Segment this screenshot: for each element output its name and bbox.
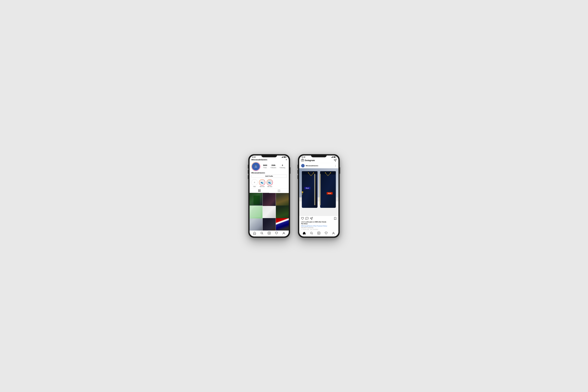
battery-fill-2 (334, 157, 335, 158)
followers-count: 350k (270, 164, 276, 166)
svg-rect-3 (260, 191, 260, 192)
svg-point-11 (283, 232, 284, 233)
post-product-user: Fila Velour (301, 223, 308, 224)
signal-icon-2 (331, 156, 333, 158)
story-inner-1: 👟 (259, 180, 265, 185)
scene: 10:30 (248, 154, 340, 238)
menu-icon[interactable]: ≡ (286, 159, 287, 161)
tabs-row (250, 188, 289, 193)
battery-fill (284, 157, 286, 158)
profile-username-header: 80scasualclassics (252, 159, 267, 161)
profile-nav-icon-2[interactable] (332, 232, 335, 235)
heart-nav-icon[interactable] (275, 232, 278, 235)
grid-cell-1[interactable] (250, 193, 262, 206)
grid-cell-9[interactable] (276, 218, 289, 230)
profile-section: 80s casualclassics 5000 Posts 350k Foll (250, 162, 289, 172)
stat-following: 0 Following (280, 164, 285, 169)
grid-cell-4[interactable] (250, 206, 262, 218)
svg-rect-30 (320, 171, 336, 174)
grid-cell-2[interactable] (263, 193, 276, 206)
svg-point-34 (330, 172, 331, 173)
battery-body-2 (334, 156, 336, 158)
view-comments-link[interactable]: View All 4 Comments (299, 227, 338, 229)
tab-tagged[interactable] (269, 188, 289, 193)
instagram-header: Instagram (299, 158, 338, 163)
add-nav-icon[interactable] (268, 232, 270, 235)
notch (261, 154, 277, 157)
svg-rect-36 (320, 174, 320, 205)
svg-point-39 (302, 192, 303, 193)
home-nav-icon[interactable] (253, 232, 256, 235)
svg-rect-26 (315, 174, 315, 205)
svg-text:FILA: FILA (306, 188, 309, 189)
phone-feed: 10:30 (298, 154, 340, 238)
posts-count: 5000 (263, 164, 267, 166)
liked-by-name[interactable]: john paul (306, 221, 312, 223)
grid-cell-5[interactable] (263, 206, 276, 218)
phone1-content: 80scasualclassics ≡ 80s casualclassics (250, 158, 289, 236)
see-translation-link[interactable]: See Translation (310, 229, 318, 230)
notch-2 (311, 154, 327, 157)
svg-text:FILA: FILA (328, 193, 331, 194)
post-container: 80s 80scasualclassics ⋮ (299, 163, 338, 230)
time-1: 10:30 (252, 156, 256, 158)
battery-body (284, 156, 286, 158)
profile-avatar[interactable]: 80s casualclassics (252, 162, 260, 171)
story-1[interactable]: 👟 Title Here (259, 179, 265, 187)
battery-icon-2 (334, 156, 336, 158)
svg-point-33 (325, 172, 326, 173)
profile-nav-icon[interactable] (282, 232, 285, 235)
send-icon[interactable] (334, 159, 336, 162)
save-button[interactable] (334, 217, 336, 220)
status-icons-1 (282, 156, 286, 158)
liked-by-text: Liked by john paul and 3000 other friend… (301, 221, 326, 223)
timestamp-text: 11 minutes ago (301, 229, 309, 230)
svg-point-13 (302, 160, 303, 161)
search-nav-icon[interactable] (260, 232, 263, 235)
story-add-button[interactable]: + (252, 179, 258, 186)
avatar-logo: 80s casualclassics (252, 163, 259, 170)
post-image: FILA (299, 168, 338, 216)
bottom-nav-2 (299, 230, 338, 236)
bar1 (282, 157, 282, 158)
bar3 (282, 157, 283, 158)
tab-grid[interactable] (250, 188, 269, 193)
profile-display-name: 80scasualclassics (250, 172, 289, 174)
like-button[interactable] (301, 217, 304, 220)
tracksuit-svg: FILA (299, 168, 338, 216)
svg-line-7 (262, 234, 263, 234)
post-header: 80s 80scasualclassics ⋮ (299, 163, 338, 168)
post-hashtags[interactable]: #80sCasualClassics #Fila #Tracksuit #Vel… (299, 225, 338, 227)
bar1-2 (331, 157, 332, 158)
post-avatar[interactable]: 80s (301, 164, 305, 168)
add-nav-icon-2[interactable] (318, 232, 320, 235)
search-nav-icon-2[interactable] (310, 232, 313, 235)
grid-cell-6[interactable] (276, 206, 289, 218)
story-2[interactable]: 👟 Title Here (266, 179, 273, 187)
ig-header-left: Instagram (301, 159, 315, 162)
signal-icon (282, 156, 283, 158)
svg-line-41 (311, 218, 312, 219)
edit-profile-button[interactable]: Edit Profile (252, 174, 287, 178)
bar3-2 (332, 157, 332, 158)
camera-icon[interactable] (301, 159, 304, 162)
story-add[interactable]: + New (252, 179, 258, 187)
home-nav-icon-2[interactable] (303, 232, 306, 235)
share-button[interactable] (310, 217, 313, 220)
grid-cell-7[interactable] (250, 218, 262, 230)
svg-rect-0 (258, 190, 259, 190)
posts-label: Posts (264, 167, 267, 168)
story-2-label: Title Here (267, 186, 272, 187)
svg-point-24 (313, 172, 314, 173)
grid-cell-3[interactable] (276, 193, 289, 206)
stat-posts: 5000 Posts (263, 164, 267, 169)
svg-line-15 (335, 160, 336, 160)
more-options-icon[interactable]: ⋮ (334, 164, 336, 167)
svg-point-47 (333, 232, 334, 233)
post-user: 80s 80scasualclassics (301, 164, 318, 168)
comment-button[interactable] (306, 217, 308, 220)
heart-nav-icon-2[interactable] (325, 232, 328, 235)
story-circle-2: 👟 (266, 179, 273, 186)
grid-cell-8[interactable] (263, 218, 276, 230)
post-username[interactable]: 80scasualclassics (306, 165, 318, 166)
